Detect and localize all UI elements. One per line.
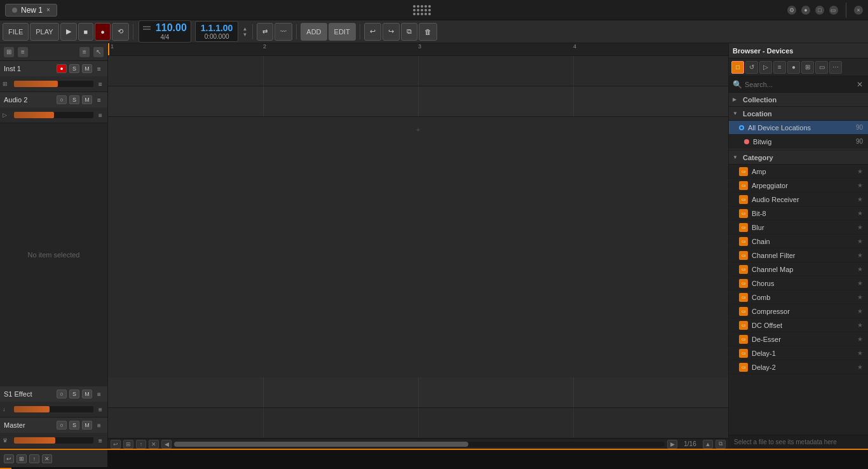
track-record-btn-master[interactable]: ○ xyxy=(57,421,67,430)
search-clear-btn[interactable]: ✕ xyxy=(855,80,864,89)
arrange-delete-btn[interactable]: ✕ xyxy=(149,440,159,449)
tab-close[interactable]: × xyxy=(46,6,50,13)
window-restore-btn[interactable]: □ xyxy=(815,6,824,15)
delete-button[interactable]: 🗑 xyxy=(419,23,437,41)
device-star-delay1[interactable]: ★ xyxy=(857,350,863,357)
lane-master[interactable] xyxy=(108,408,728,438)
device-item-blur[interactable]: ▭ Blur ★ xyxy=(729,221,868,234)
instrument-view[interactable] xyxy=(108,450,868,469)
tab-new1[interactable]: New 1 × xyxy=(5,4,57,17)
device-star-chorus[interactable]: ★ xyxy=(857,280,863,287)
scroll-up-btn[interactable]: ▲ xyxy=(703,440,713,449)
add-button[interactable]: ADD xyxy=(301,23,327,41)
track-extra-btn-s1effect[interactable]: ≡ xyxy=(96,405,105,414)
scroll-link-btn[interactable]: ⧉ xyxy=(715,440,726,449)
device-star-blur[interactable]: ★ xyxy=(857,224,863,231)
track-s-btn-inst1[interactable]: S xyxy=(69,64,79,73)
track-record-btn-s1effect[interactable]: ○ xyxy=(57,390,67,398)
scroll-right-btn[interactable]: ▶ xyxy=(667,440,677,449)
device-item-delay2[interactable]: ▭ Delay-2 ★ xyxy=(729,360,868,374)
device-star-channel-filter[interactable]: ★ xyxy=(857,252,863,259)
track-extra-btn-master[interactable]: ≡ xyxy=(96,436,105,445)
edit-button[interactable]: EDIT xyxy=(329,23,356,41)
device-star-bit8[interactable]: ★ xyxy=(857,210,863,217)
volume-bar-inst1[interactable] xyxy=(14,81,93,87)
search-input[interactable] xyxy=(745,81,853,88)
track-m-btn-audio2[interactable]: M xyxy=(82,95,92,104)
device-item-chorus[interactable]: ▭ Chorus ★ xyxy=(729,276,868,290)
location-header[interactable]: ▼ Location xyxy=(729,107,868,121)
device-item-dc-offset[interactable]: ▭ DC Offset ★ xyxy=(729,318,868,332)
stop-button[interactable]: ■ xyxy=(78,23,94,41)
loop-toggle-btn[interactable]: ⇄ xyxy=(257,23,273,41)
track-s-btn-s1effect[interactable]: S xyxy=(69,390,79,398)
device-star-arpeggiator[interactable]: ★ xyxy=(857,182,863,189)
browser-tab-more[interactable]: ⋯ xyxy=(829,61,842,74)
device-item-bit8[interactable]: ▭ Bit-8 ★ xyxy=(729,207,868,221)
play-button[interactable]: PLAY xyxy=(30,23,58,41)
browser-tab-clips[interactable]: ▭ xyxy=(815,61,828,74)
track-m-btn-s1effect[interactable]: M xyxy=(82,390,92,398)
track-record-btn-audio2[interactable]: ○ xyxy=(57,95,67,104)
punch-btn[interactable]: 〰 xyxy=(275,23,292,41)
device-item-arpeggiator[interactable]: ▭ Arpeggiator ★ xyxy=(729,179,868,193)
add-track-btn[interactable]: + xyxy=(108,117,728,142)
device-star-channel-map[interactable]: ★ xyxy=(857,266,863,273)
lane-s1effect[interactable] xyxy=(108,377,728,408)
loop-button[interactable]: ⟲ xyxy=(112,23,129,41)
volume-bar-master[interactable] xyxy=(14,437,93,444)
category-header[interactable]: ▼ Category xyxy=(729,151,868,165)
track-menu-btn-inst1[interactable]: ≡ xyxy=(95,64,104,73)
browser-tab-devices[interactable]: □ xyxy=(731,61,744,74)
horizontal-scrollbar[interactable] xyxy=(174,442,665,447)
device-star-amp[interactable]: ★ xyxy=(857,168,863,175)
track-sort-btn[interactable]: ≡ xyxy=(18,47,28,57)
file-button[interactable]: FILE xyxy=(3,23,29,41)
lane-audio2[interactable] xyxy=(108,86,728,117)
device-star-comb[interactable]: ★ xyxy=(857,294,863,301)
copy-button[interactable]: ⧉ xyxy=(401,23,417,41)
window-maximize-btn[interactable]: ▭ xyxy=(829,6,838,15)
browser-tab-multisamples[interactable]: ⊞ xyxy=(801,61,814,74)
device-star-dc-offset[interactable]: ★ xyxy=(857,322,863,329)
device-star-audio-receiver[interactable]: ★ xyxy=(857,196,863,203)
volume-bar-s1effect[interactable] xyxy=(14,406,93,412)
track-arrange-btn[interactable]: ≡ xyxy=(79,47,90,57)
track-s-btn-master[interactable]: S xyxy=(69,421,79,430)
track-m-btn-inst1[interactable]: M xyxy=(82,64,92,73)
browser-tab-presets[interactable]: ↺ xyxy=(745,61,758,74)
undo-button[interactable]: ↩ xyxy=(364,23,381,41)
track-extra-btn-inst1[interactable]: ≡ xyxy=(96,79,105,88)
all-device-locations-item[interactable]: All Device Locations 90 xyxy=(729,121,868,135)
track-menu-btn-s1effect[interactable]: ≡ xyxy=(95,390,104,398)
device-item-audio-receiver[interactable]: ▭ Audio Receiver ★ xyxy=(729,193,868,207)
track-menu-btn-audio2[interactable]: ≡ xyxy=(95,95,104,104)
lane-empty[interactable]: + xyxy=(108,117,728,377)
browser-tab-projects[interactable]: ● xyxy=(787,61,800,74)
device-item-de-esser[interactable]: ▭ De-Esser ★ xyxy=(729,332,868,346)
arrange-sort-btn[interactable]: ⊞ xyxy=(123,440,133,449)
device-star-de-esser[interactable]: ★ xyxy=(857,336,863,343)
track-m-btn-master[interactable]: M xyxy=(82,421,92,430)
device-item-compressor[interactable]: ▭ Compressor ★ xyxy=(729,304,868,318)
track-record-btn-inst1[interactable]: ● xyxy=(57,64,67,73)
arrange-back-btn[interactable]: ↩ xyxy=(111,440,121,449)
window-minimize-btn[interactable]: ● xyxy=(801,6,810,15)
redo-button[interactable]: ↪ xyxy=(383,23,400,41)
inst-back-btn[interactable]: ↩ xyxy=(4,454,14,463)
device-star-chain[interactable]: ★ xyxy=(857,238,863,245)
record-button[interactable]: ● xyxy=(95,23,111,41)
track-extra-btn-audio2[interactable]: ≡ xyxy=(96,111,105,119)
device-item-channel-filter[interactable]: ▭ Channel Filter ★ xyxy=(729,248,868,262)
track-grid-btn[interactable]: ⊞ xyxy=(4,47,14,57)
inst-sort-btn[interactable]: ⊞ xyxy=(17,454,27,463)
inst-delete-btn[interactable]: ✕ xyxy=(42,454,52,463)
bitwig-item[interactable]: Bitwig 90 xyxy=(729,135,868,149)
cursor-btn[interactable]: ↖ xyxy=(93,47,104,57)
tempo-display[interactable]: 110.00 4/4 xyxy=(139,20,191,43)
scroll-left-btn[interactable]: ◀ xyxy=(161,440,172,449)
browser-tab-instruments[interactable]: ▷ xyxy=(759,61,772,74)
device-item-chain[interactable]: ▭ Chain ★ xyxy=(729,234,868,248)
device-item-channel-map[interactable]: ▭ Channel Map ★ xyxy=(729,262,868,276)
device-item-amp[interactable]: ▭ Amp ★ xyxy=(729,165,868,179)
